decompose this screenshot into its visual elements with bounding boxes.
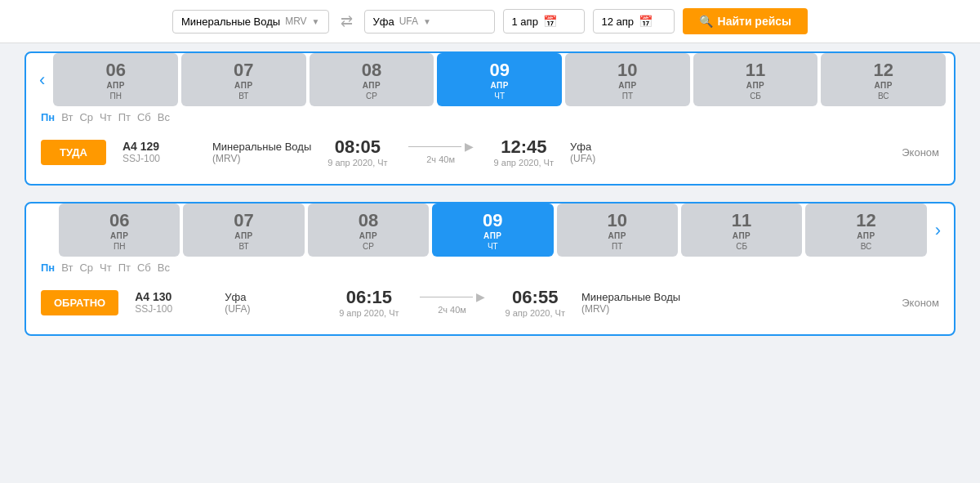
inbound-aircraft-type: SSJ-100 [135, 303, 208, 315]
inbound-dep-time: 06:15 [339, 287, 399, 308]
month-label: АПР [570, 81, 685, 90]
weekday-filter-Вт[interactable]: Вт [61, 262, 73, 274]
date-card-2[interactable]: 08 АПР СР [308, 203, 429, 257]
day-num: 11 [686, 211, 797, 230]
weekday-filter-Вт[interactable]: Вт [61, 111, 73, 123]
date-card-3[interactable]: 09 АПР ЧТ [432, 203, 553, 257]
weekday-label: СБ [698, 92, 813, 101]
origin-input[interactable]: Минеральные Воды MRV ▼ [172, 10, 329, 34]
day-num: 07 [188, 211, 299, 230]
outbound-dest-name: Уфа [570, 141, 660, 153]
month-label: АПР [64, 231, 175, 240]
weekday-filter-Чт[interactable]: Чт [100, 111, 112, 123]
weekday-filter-Сб[interactable]: Сб [137, 111, 151, 123]
month-label: АПР [698, 81, 813, 90]
search-button[interactable]: 🔍 Найти рейсы [683, 8, 808, 34]
month-label: АПР [188, 231, 299, 240]
month-label: АПР [442, 81, 557, 90]
weekday-label: ЧТ [437, 242, 548, 251]
weekday-label: ВТ [186, 92, 301, 101]
day-num: 11 [698, 60, 813, 80]
outbound-flight-info: А4 129 SSJ-100 [122, 140, 196, 164]
weekday-label: ПН [64, 242, 175, 251]
outbound-flight-number: А4 129 [122, 140, 196, 153]
date-card-0[interactable]: 06 АПР ПН [59, 203, 180, 257]
weekday-label: СР [313, 242, 424, 251]
destination-input[interactable]: Уфа UFA ▼ [364, 10, 495, 34]
inbound-section: 06 АПР ПН 07 АПР ВТ 08 АПР СР 09 АПР ЧТ … [24, 202, 956, 336]
weekday-filter-Чт[interactable]: Чт [100, 262, 112, 274]
month-label: АПР [686, 231, 797, 240]
outbound-origin-info: Минеральные Воды (MRV) [212, 141, 311, 164]
day-num: 06 [58, 60, 173, 80]
day-num: 08 [313, 211, 424, 230]
outbound-flight-row: ТУДА А4 129 SSJ-100 Минеральные Воды (MR… [26, 128, 954, 176]
date-from-label: 1 апр [512, 16, 538, 28]
date-card-1[interactable]: 07 АПР ВТ [183, 203, 304, 257]
date-card-3[interactable]: 09 АПР ЧТ [437, 53, 562, 106]
date-from-input[interactable]: 1 апр 📅 [503, 9, 585, 34]
search-button-label: Найти рейсы [718, 15, 792, 28]
outbound-direction-badge: ТУДА [41, 140, 106, 165]
outbound-duration-text: 2ч 40м [426, 154, 455, 164]
outbound-dep-time: 08:05 [327, 136, 387, 158]
inbound-origin-code: (UFA) [225, 303, 323, 315]
weekday-filter-Вс[interactable]: Вс [158, 262, 170, 274]
weekday-label: ПН [58, 92, 173, 101]
weekday-filter-Пн[interactable]: Пн [41, 111, 55, 123]
month-label: АПР [562, 231, 673, 240]
date-card-4[interactable]: 10 АПР ПТ [557, 203, 678, 257]
weekday-filter-Пн[interactable]: Пн [41, 262, 55, 274]
outbound-dest-info: Уфа (UFA) [570, 141, 660, 164]
weekday-filter-Пт[interactable]: Пт [118, 111, 131, 123]
origin-dropdown-icon: ▼ [312, 17, 320, 26]
outbound-prev-arrow[interactable]: ‹ [34, 66, 50, 94]
date-card-4[interactable]: 10 АПР ПТ [565, 53, 690, 106]
outbound-aircraft-type: SSJ-100 [122, 153, 196, 164]
weekday-label: ВТ [188, 242, 299, 251]
day-num: 07 [186, 60, 301, 80]
date-card-0[interactable]: 06 АПР ПН [53, 53, 178, 106]
inbound-flight-info: А4 130 SSJ-100 [135, 290, 208, 315]
date-card-2[interactable]: 08 АПР СР [310, 53, 434, 106]
inbound-dest-info: Минеральные Воды (MRV) [581, 291, 680, 315]
date-to-input[interactable]: 12 апр 📅 [593, 9, 675, 34]
swap-icon[interactable]: ⇄ [337, 9, 356, 34]
weekday-filter-Вс[interactable]: Вс [158, 111, 170, 123]
weekday-filter-Ср[interactable]: Ср [79, 111, 93, 123]
weekday-filter-Пт[interactable]: Пт [118, 262, 131, 274]
date-card-6[interactable]: 12 АПР ВС [821, 53, 946, 106]
weekday-label: ПТ [562, 242, 673, 251]
inbound-dest-code: (MRV) [581, 303, 680, 315]
day-num: 09 [442, 60, 557, 80]
weekday-label: ВС [810, 242, 921, 251]
date-card-5[interactable]: 11 АПР СБ [693, 53, 818, 106]
search-icon: 🔍 [699, 15, 713, 28]
inbound-direction-badge: ОБРАТНО [41, 290, 118, 315]
inbound-origin-info: Уфа (UFA) [225, 291, 323, 315]
weekday-filter-Ср[interactable]: Ср [79, 262, 93, 274]
inbound-next-arrow[interactable]: › [930, 217, 946, 244]
destination-code-label: UFA [399, 16, 418, 27]
weekday-label: СР [314, 92, 430, 101]
outbound-dest-code: (UFA) [570, 153, 660, 164]
date-card-1[interactable]: 07 АПР ВТ [181, 53, 306, 106]
outbound-weekday-filter: ПнВтСрЧтПтСбВс [26, 106, 954, 128]
destination-dropdown-icon: ▼ [423, 17, 431, 26]
inbound-arrow-head: ▶ [476, 290, 485, 303]
month-label: АПР [437, 231, 548, 240]
outbound-arrow-head: ▶ [465, 140, 474, 153]
weekday-label: ВС [826, 92, 941, 101]
destination-city-label: Уфа [373, 16, 394, 28]
day-num: 10 [570, 60, 685, 80]
day-num: 09 [437, 211, 548, 230]
outbound-date-cards: 06 АПР ПН 07 АПР ВТ 08 АПР СР 09 АПР ЧТ … [53, 53, 946, 106]
month-label: АПР [186, 81, 301, 90]
main-content: ‹ 06 АПР ПН 07 АПР ВТ 08 АПР СР 09 АПР Ч… [0, 43, 980, 360]
date-card-5[interactable]: 11 АПР СБ [681, 203, 802, 257]
day-num: 08 [314, 60, 430, 80]
weekday-filter-Сб[interactable]: Сб [137, 262, 151, 274]
inbound-duration-block: ▶ 2ч 40м [416, 290, 489, 315]
inbound-arr-date: 9 апр 2020, Чт [506, 308, 565, 318]
date-card-6[interactable]: 12 АПР ВС [805, 203, 926, 257]
